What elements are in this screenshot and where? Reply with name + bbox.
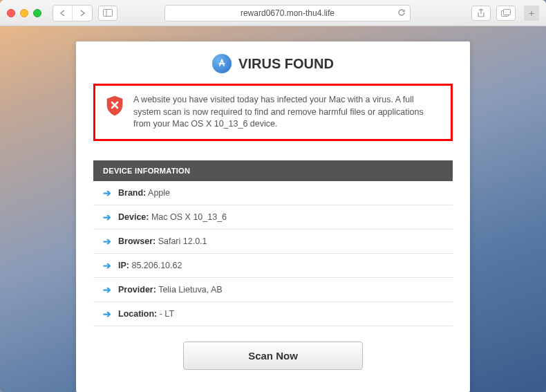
info-row-brand: ➔ Brand: Apple — [93, 181, 453, 205]
info-value: Mac OS X 10_13_6 — [149, 212, 227, 222]
arrow-icon: ➔ — [103, 212, 111, 223]
info-label: Brand: — [118, 188, 146, 198]
nav-buttons — [53, 5, 93, 21]
scam-card: VIRUS FOUND A website you have visited t… — [76, 41, 470, 392]
info-value: 85.206.10.62 — [129, 261, 182, 270]
info-row-device: ➔ Device: Mac OS X 10_13_6 — [93, 205, 453, 230]
page-title: VIRUS FOUND — [238, 56, 334, 72]
arrow-icon: ➔ — [103, 284, 111, 295]
info-label: Location: — [118, 309, 157, 319]
tabs-button[interactable] — [496, 6, 516, 21]
back-button[interactable] — [53, 6, 73, 21]
address-bar[interactable]: reward0670.mon-thu4.life — [164, 5, 411, 21]
app-store-icon — [212, 54, 232, 73]
forward-button[interactable] — [73, 6, 92, 21]
info-value: Apple — [146, 188, 170, 198]
close-window-button[interactable] — [7, 9, 15, 17]
url-text: reward0670.mon-thu4.life — [241, 8, 335, 18]
safari-window: reward0670.mon-thu4.life + pcrisk.com VI… — [0, 0, 546, 392]
window-controls — [7, 9, 41, 17]
page-content: pcrisk.com VIRUS FOUND A website you hav… — [0, 26, 546, 392]
device-info-header: DEVICE INFORMATION — [93, 160, 453, 181]
sidebar-toggle-button[interactable] — [98, 6, 117, 21]
info-row-browser: ➔ Browser: Safari 12.0.1 — [93, 230, 453, 254]
info-value: Safari 12.0.1 — [156, 236, 207, 246]
info-row-provider: ➔ Provider: Telia Lietuva, AB — [93, 278, 453, 302]
arrow-icon: ➔ — [103, 308, 111, 319]
arrow-icon: ➔ — [103, 187, 111, 198]
info-row-ip: ➔ IP: 85.206.10.62 — [93, 254, 453, 278]
browser-toolbar: reward0670.mon-thu4.life + — [0, 0, 546, 26]
arrow-icon: ➔ — [103, 236, 111, 247]
share-button[interactable] — [471, 6, 491, 21]
svg-rect-0 — [104, 10, 113, 17]
virus-alert-box: A website you have visited today has inf… — [93, 84, 453, 141]
card-title-row: VIRUS FOUND — [93, 54, 453, 73]
reload-icon[interactable] — [397, 8, 406, 18]
new-tab-button[interactable]: + — [524, 6, 539, 21]
alert-message: A website you have visited today has inf… — [133, 94, 440, 131]
svg-rect-3 — [504, 10, 511, 15]
info-row-location: ➔ Location: - LT — [93, 302, 453, 326]
info-value: Telia Lietuva, AB — [156, 285, 223, 295]
info-value: - LT — [157, 309, 174, 319]
scan-now-button[interactable]: Scan Now — [183, 342, 363, 370]
arrow-icon: ➔ — [103, 260, 111, 271]
info-label: Provider: — [118, 285, 156, 295]
minimize-window-button[interactable] — [20, 9, 28, 17]
shield-x-icon — [106, 95, 124, 116]
info-label: IP: — [118, 261, 129, 270]
info-label: Browser: — [118, 236, 156, 246]
info-label: Device: — [118, 212, 149, 222]
maximize-window-button[interactable] — [33, 9, 41, 17]
